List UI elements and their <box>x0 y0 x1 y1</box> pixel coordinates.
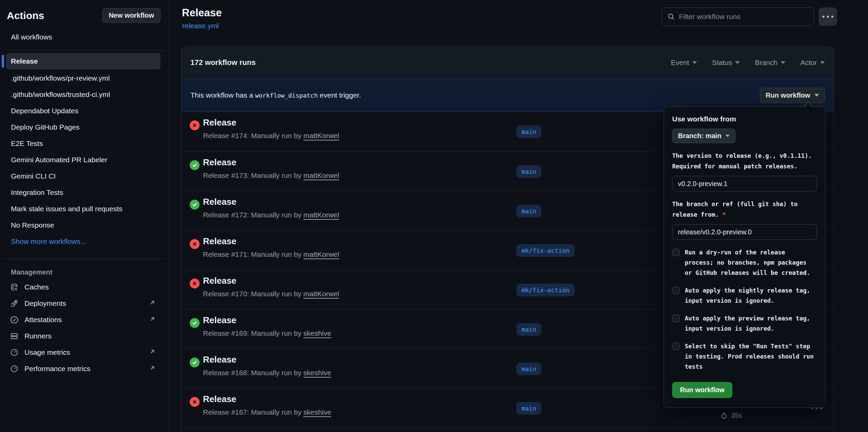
run-description: Release #172: Manually run by mattKorwel <box>203 211 339 219</box>
workflow-list: .github/workflows/pr-review.yml.github/w… <box>0 70 169 233</box>
run-title-link[interactable]: Release <box>203 354 236 365</box>
sidebar-item-workflow[interactable]: Mark stale issues and pull requests <box>0 201 169 217</box>
meter-icon <box>10 348 18 356</box>
branch-select-button[interactable]: Branch: main <box>672 129 735 143</box>
success-check-circle-icon <box>190 200 200 210</box>
checkbox[interactable] <box>672 249 680 256</box>
failure-x-circle-icon <box>190 397 200 407</box>
run-title-link[interactable]: Release <box>203 157 236 168</box>
success-check-circle-icon <box>190 318 200 328</box>
caret-down-icon <box>820 61 825 64</box>
dialog-text-input[interactable] <box>672 224 817 240</box>
external-link-arrow-icon <box>149 365 156 373</box>
sidebar-item-workflow[interactable]: Deploy GitHub Pages <box>0 119 169 135</box>
run-branch-badge[interactable]: mk/fix-action <box>516 284 575 296</box>
dialog-field: The branch or ref (full git sha) to rele… <box>672 199 817 240</box>
run-description: Release #173: Manually run by mattKorwel <box>203 171 339 180</box>
sidebar-divider <box>3 50 166 50</box>
dialog-checkbox-row[interactable]: Select to skip the "Run Tests" step in t… <box>672 341 817 372</box>
sidebar-title: Actions <box>7 10 44 21</box>
run-actor-link[interactable]: mattKorwel <box>303 211 339 219</box>
sidebar-item-workflow[interactable]: No Response <box>0 217 169 233</box>
run-count-label: 172 workflow runs <box>190 58 256 67</box>
run-description: Release #174: Manually run by mattKorwel <box>203 132 339 140</box>
sidebar-item-workflow[interactable]: Dependabot Updates <box>0 103 169 119</box>
verified-icon <box>10 316 18 324</box>
run-workflow-submit-button[interactable]: Run workflow <box>672 382 732 398</box>
run-title-link[interactable]: Release <box>203 236 236 247</box>
sidebar-item-workflow[interactable]: Gemini CLI CI <box>0 168 169 184</box>
dialog-checkbox-row[interactable]: Run a dry-run of the release process; no… <box>672 247 817 278</box>
run-title-link[interactable]: Release <box>203 315 236 326</box>
caret-down-icon <box>735 61 740 64</box>
actions-sidebar: Actions New workflow All workflows Relea… <box>0 0 169 432</box>
sidebar-item-label: Gemini Automated PR Labeler <box>11 156 107 164</box>
sidebar-item-management[interactable]: Performance metrics <box>0 361 169 377</box>
checkbox-label: Auto apply the nightly release tag, inpu… <box>685 285 817 306</box>
sidebar-item-workflow[interactable]: .github/workflows/pr-review.yml <box>0 70 169 86</box>
run-title-link[interactable]: Release <box>203 197 236 207</box>
run-title-link[interactable]: Release <box>203 394 236 404</box>
sidebar-item-workflow[interactable]: Gemini Automated PR Labeler <box>0 152 169 168</box>
sidebar-item-release-selected[interactable]: Release <box>6 53 160 69</box>
run-filter-status[interactable]: Status <box>712 59 740 67</box>
sidebar-item-management[interactable]: Usage metrics <box>0 344 169 361</box>
run-title-link[interactable]: Release <box>203 276 236 286</box>
checkbox[interactable] <box>672 287 680 294</box>
run-branch-badge[interactable]: main <box>516 402 541 415</box>
sidebar-item-label: E2E Tests <box>11 139 43 148</box>
sidebar-item-workflow[interactable]: Integration Tests <box>0 184 169 201</box>
stopwatch-icon <box>720 412 728 419</box>
dialog-checkbox-row[interactable]: Auto apply the nightly release tag, inpu… <box>672 285 817 306</box>
sidebar-item-workflow[interactable]: .github/workflows/trusted-ci.yml <box>0 86 169 103</box>
run-actor-link[interactable]: skeshive <box>303 369 331 377</box>
checkbox-label: Auto apply the preview release tag, inpu… <box>685 313 817 334</box>
sidebar-item-workflow[interactable]: E2E Tests <box>0 135 169 152</box>
new-workflow-button[interactable]: New workflow <box>102 8 160 23</box>
sidebar-item-label: Runners <box>24 332 51 340</box>
sidebar-item-management[interactable]: Caches <box>0 279 169 295</box>
dialog-checkbox-row[interactable]: Auto apply the preview release tag, inpu… <box>672 313 817 334</box>
run-branch-badge[interactable]: main <box>516 323 541 336</box>
run-actor-link[interactable]: mattKorwel <box>303 250 339 258</box>
dialog-title: Use workflow from <box>672 115 817 123</box>
caret-down-icon <box>692 61 697 64</box>
search-input[interactable] <box>679 13 808 21</box>
sidebar-item-management[interactable]: Deployments <box>0 295 169 312</box>
run-branch-badge[interactable]: main <box>516 126 541 138</box>
run-filter-branch[interactable]: Branch <box>755 59 785 67</box>
show-more-workflows-link[interactable]: Show more workflows... <box>0 233 169 250</box>
workflow-options-kebab-button[interactable] <box>819 7 837 26</box>
runs-list-header: 172 workflow runs EventStatusBranchActor <box>182 47 834 79</box>
checkbox[interactable] <box>672 315 680 322</box>
sidebar-item-management[interactable]: Runners <box>0 328 169 344</box>
run-actor-link[interactable]: skeshive <box>303 329 331 337</box>
run-branch-badge[interactable]: main <box>516 165 541 178</box>
run-actor-link[interactable]: mattKorwel <box>303 290 339 298</box>
sidebar-item-label: Dependabot Updates <box>11 107 79 115</box>
sidebar-item-all-workflows[interactable]: All workflows <box>11 33 169 41</box>
run-title-link[interactable]: Release <box>203 117 236 128</box>
run-filter-event[interactable]: Event <box>671 59 697 67</box>
sidebar-item-management[interactable]: Attestations <box>0 312 169 328</box>
run-branch-badge[interactable]: main <box>516 363 541 375</box>
field-help-text: The version to release (e.g., v0.1.11). … <box>672 151 817 172</box>
run-branch-badge[interactable]: main <box>516 205 541 217</box>
run-actor-link[interactable]: mattKorwel <box>303 171 339 179</box>
search-icon <box>667 13 675 20</box>
checkbox[interactable] <box>672 343 680 350</box>
dialog-text-input[interactable] <box>672 176 817 192</box>
sidebar-item-label: Mark stale issues and pull requests <box>11 205 122 213</box>
run-branch-badge[interactable]: mk/fix-action <box>516 244 575 257</box>
failure-x-circle-icon <box>190 279 200 288</box>
filter-workflow-runs-search[interactable] <box>662 7 814 26</box>
run-actor-link[interactable]: skeshive <box>303 408 331 416</box>
run-workflow-dropdown-button[interactable]: Run workflow <box>760 88 825 103</box>
workflow-file-link[interactable]: release.yml <box>182 22 219 30</box>
required-asterisk: * <box>719 211 726 218</box>
sidebar-item-label: Caches <box>24 283 49 291</box>
run-filter-actor[interactable]: Actor <box>800 59 825 67</box>
checkbox-label: Select to skip the "Run Tests" step in t… <box>685 341 817 372</box>
run-actor-link[interactable]: mattKorwel <box>303 132 339 139</box>
sidebar-item-label: No Response <box>11 221 54 229</box>
